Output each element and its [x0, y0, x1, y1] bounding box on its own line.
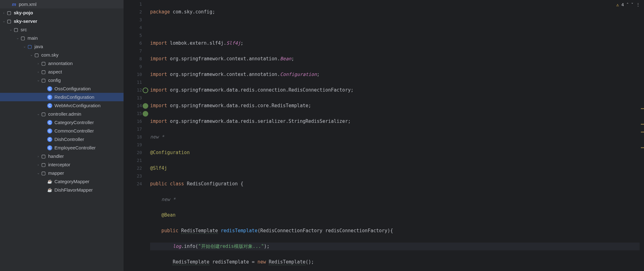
- tree-item-common[interactable]: C CommonController: [0, 127, 124, 135]
- code-token: class: [170, 181, 187, 187]
- tree-item-comsky[interactable]: ⌄ ▢ com.sky: [0, 51, 124, 59]
- tree-item-sky-pojo[interactable]: › ▢ sky-pojo: [0, 8, 124, 17]
- gutter-bean-icon[interactable]: [143, 111, 148, 117]
- tree-label: sky-server: [14, 18, 37, 24]
- stripe-mark[interactable]: [641, 124, 644, 125]
- tree-label: interceptor: [48, 162, 70, 167]
- editor-body[interactable]: 1 2 3 4 5 6 7 8 9 10 11 12 13 14 15 16 1…: [124, 0, 644, 271]
- interface-icon: [47, 187, 53, 193]
- chevron-down-icon[interactable]: ˅: [631, 2, 633, 7]
- chevron-right-icon[interactable]: ›: [36, 61, 41, 66]
- tree-label: sky-pojo: [14, 10, 33, 15]
- code-token: import: [150, 56, 170, 62]
- tree-item-dishflavormapper[interactable]: DishFlavorMapper: [0, 186, 124, 194]
- stripe-mark[interactable]: [641, 132, 644, 133]
- code-token: ;: [292, 56, 294, 62]
- class-icon: C: [47, 94, 53, 100]
- tree-label: DishController: [54, 137, 84, 142]
- code-token: new: [257, 259, 269, 265]
- warning-count: 4: [621, 2, 624, 7]
- code-token: );: [264, 243, 270, 249]
- folder-icon: ▢: [27, 44, 33, 49]
- tree-label: EmployeeController: [54, 145, 96, 150]
- line-number: 4: [124, 24, 142, 32]
- chevron-down-icon[interactable]: ⌄: [1, 19, 6, 24]
- tree-item-src[interactable]: ⌄ ▢ src: [0, 25, 124, 34]
- tree-item-sky-server[interactable]: ⌄ ▢ sky-server: [0, 17, 124, 25]
- tree-label: CommonController: [54, 128, 94, 133]
- package-icon: ▢: [41, 61, 46, 66]
- tree-item-handler[interactable]: › ▢ handler: [0, 152, 124, 160]
- code-token: RedisTemplate: [173, 259, 209, 265]
- tree-item-mapper[interactable]: ⌄ ▢ mapper: [0, 169, 124, 177]
- chevron-right-icon[interactable]: ›: [36, 69, 41, 74]
- chevron-down-icon[interactable]: ⌄: [22, 44, 27, 49]
- tree-item-emp[interactable]: C EmployeeController: [0, 143, 124, 152]
- gutter[interactable]: 1 2 3 4 5 6 7 8 9 10 11 12 13 14 15 16 1…: [124, 0, 148, 271]
- tree-item-config[interactable]: ⌄ ▢ config: [0, 76, 124, 84]
- folder-icon: ▢: [6, 18, 12, 24]
- chevron-right-icon[interactable]: ›: [1, 10, 6, 15]
- tree-item-annontation[interactable]: › ▢ annontation: [0, 59, 124, 68]
- tree-label: java: [34, 44, 43, 49]
- tree-label: aspect: [48, 69, 62, 74]
- chevron-down-icon[interactable]: ⌄: [8, 27, 13, 32]
- code-token: "开始创建redis模版对象...": [198, 243, 264, 249]
- line-number: 18: [124, 133, 142, 141]
- tree-item-cat[interactable]: C CategoryController: [0, 118, 124, 127]
- class-icon: C: [47, 128, 53, 134]
- project-tree[interactable]: m pom.xml › ▢ sky-pojo ⌄ ▢ sky-server ⌄ …: [0, 0, 124, 271]
- chevron-right-icon[interactable]: ›: [36, 162, 41, 167]
- code-token: RedisConfiguration {: [187, 181, 243, 187]
- tree-item-pom[interactable]: m pom.xml: [0, 0, 124, 8]
- tree-item-controller-admin[interactable]: ⌄ ▢ controller.admin: [0, 110, 124, 118]
- package-icon: ▢: [41, 78, 46, 83]
- chevron-up-icon[interactable]: ˄: [626, 2, 629, 7]
- tree-label: handler: [48, 153, 64, 159]
- code-token: public: [150, 228, 181, 233]
- tree-item-main[interactable]: ⌄ ▢ main: [0, 34, 124, 42]
- line-number: 16: [124, 118, 142, 125]
- tree-label: main: [28, 35, 38, 41]
- stripe-mark[interactable]: [641, 108, 644, 109]
- code-token: @Configuration: [150, 150, 190, 155]
- code-hint: new *: [150, 134, 164, 140]
- chevron-right-icon[interactable]: ›: [36, 154, 41, 159]
- gutter-suppress-icon[interactable]: [143, 88, 148, 93]
- code-token: public: [150, 181, 170, 187]
- tree-label: CategoryController: [54, 120, 94, 125]
- tree-item-aspect[interactable]: › ▢ aspect: [0, 68, 124, 76]
- error-stripe[interactable]: [640, 0, 644, 271]
- code-token: Bean: [280, 56, 291, 62]
- tree-item-dish[interactable]: C DishController: [0, 135, 124, 143]
- class-icon: C: [47, 137, 53, 142]
- stripe-mark[interactable]: [641, 147, 644, 148]
- chevron-down-icon[interactable]: ⌄: [36, 78, 41, 83]
- tree-item-oss[interactable]: C OssConfiguration: [0, 84, 124, 93]
- tree-item-interceptor[interactable]: › ▢ interceptor: [0, 160, 124, 169]
- code-token: RedisTemplate: [269, 259, 305, 265]
- gutter-bean-icon[interactable]: [143, 103, 148, 109]
- code-token: import: [150, 72, 170, 77]
- code-area[interactable]: package com.sky.config; import lombok.ex…: [148, 0, 644, 271]
- tree-item-catmapper[interactable]: CategoryMapper: [0, 177, 124, 186]
- package-icon: ▢: [41, 69, 46, 75]
- code-hint: new *: [150, 197, 175, 202]
- chevron-down-icon[interactable]: ⌄: [36, 171, 41, 176]
- chevron-down-icon[interactable]: ⌄: [36, 112, 41, 117]
- code-token: org.springframework.context.annotation.: [170, 72, 280, 77]
- code-token: ;: [317, 72, 320, 77]
- line-number: 1: [124, 0, 142, 8]
- chevron-down-icon[interactable]: ⌄: [15, 36, 20, 41]
- chevron-down-icon[interactable]: ⌄: [29, 53, 34, 58]
- tree-item-java[interactable]: ⌄ ▢ java: [0, 42, 124, 51]
- class-icon: C: [47, 120, 53, 125]
- inspection-widget[interactable]: ⚠ 4 ˄ ˅ ⋮: [616, 2, 640, 7]
- tree-item-redis[interactable]: C RedisConfiguration: [0, 93, 124, 101]
- tree-item-webmvc[interactable]: C WebMvcConfiguration: [0, 101, 124, 110]
- code-token: org.springframework.context.annotation.: [170, 56, 280, 62]
- package-icon: ▢: [34, 52, 39, 58]
- code-token: [150, 243, 173, 249]
- line-number: 19: [124, 141, 142, 149]
- class-icon: C: [47, 145, 53, 151]
